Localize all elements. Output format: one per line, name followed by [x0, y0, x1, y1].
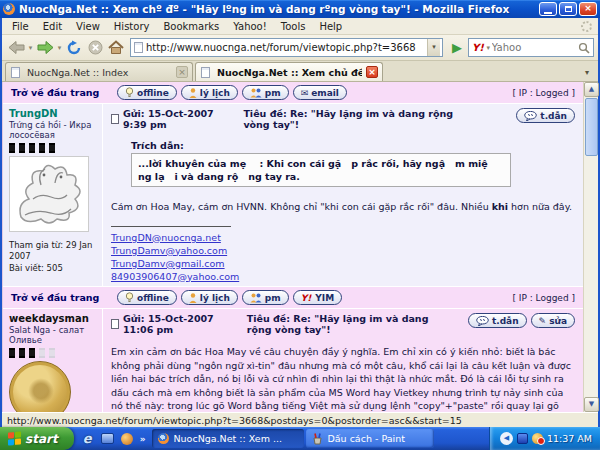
- menu-history[interactable]: History: [108, 20, 156, 33]
- search-engine-dropdown[interactable]: ▾: [485, 44, 492, 52]
- back-to-top-link[interactable]: Trở về đầu trang: [3, 87, 103, 98]
- restore-button[interactable]: [559, 2, 577, 16]
- pm-button[interactable]: pm: [242, 85, 289, 100]
- tab-topic[interactable]: NuocNga.Net :: Xem chủ đề - "Hãy... ×: [195, 62, 383, 81]
- profile-button[interactable]: lý lịch: [181, 290, 238, 305]
- quote-button[interactable]: t.dẫn: [468, 313, 527, 328]
- menu-view[interactable]: View: [70, 20, 106, 33]
- menu-help[interactable]: Help: [313, 20, 348, 33]
- post1-body-column: Gửi: 15-Oct-2007 9:39 pm Tiêu đề: Re: "H…: [103, 104, 583, 286]
- status-bar: http://www.nuocnga.net/forum/viewtopic.p…: [2, 412, 598, 427]
- tab-close-icon[interactable]: ×: [176, 66, 188, 78]
- tab-favicon: [11, 67, 20, 78]
- signature-link[interactable]: TrungDN@nuocnga.net: [111, 231, 575, 244]
- post1-author[interactable]: TrungDN: [9, 108, 98, 119]
- scrollbar-thumb[interactable]: [585, 98, 598, 156]
- person-icon: [189, 88, 197, 98]
- search-input[interactable]: [492, 42, 578, 53]
- quote-block: Trích dẫn: ...lời khuyên của mẹ : Khi co…: [131, 140, 511, 187]
- scroll-up-button[interactable]: ▲: [584, 82, 599, 97]
- minimize-button[interactable]: [539, 2, 557, 16]
- quote-label: t.dẫn: [492, 316, 519, 326]
- taskbar: start e » NuocNga.Net :: Xem ... Dấu các…: [0, 427, 600, 450]
- edit-label: sửa: [549, 316, 567, 326]
- post2-user-column: weekdaysman Salat Nga - салат Оливье: [3, 309, 103, 412]
- scroll-down-button[interactable]: ▼: [584, 397, 599, 412]
- dragon-sketch-image: [11, 159, 87, 229]
- back-button[interactable]: [6, 38, 26, 58]
- tab-label: NuocNga.Net :: Xem chủ đề - "Hãy...: [217, 67, 362, 78]
- tab-index[interactable]: NuocNga.Net :: Index ×: [5, 62, 193, 81]
- task-firefox[interactable]: NuocNga.Net :: Xem ...: [152, 429, 304, 448]
- edit-button[interactable]: ✎ sửa: [531, 313, 575, 328]
- profile-button[interactable]: lý lịch: [181, 85, 238, 100]
- post1-body: Cám ơn Hoa May, cám ơn HVNN. Không chỉ "…: [111, 200, 575, 214]
- menu-bookmarks[interactable]: Bookmarks: [157, 20, 225, 33]
- menu-file[interactable]: File: [6, 20, 35, 33]
- tray-collapse-icon[interactable]: ◀: [500, 432, 513, 445]
- site-favicon: [134, 42, 143, 53]
- two-people-icon: [250, 88, 262, 98]
- post1-body-text: Cám ơn Hoa May, cám ơn HVNN. Không chỉ "…: [111, 201, 492, 212]
- url-input[interactable]: [146, 42, 427, 53]
- start-button[interactable]: start: [0, 427, 74, 450]
- task-paint[interactable]: Dấu cách - Paint: [306, 429, 434, 448]
- quick-launch-app-icon[interactable]: [120, 431, 135, 446]
- clock: 11:37 AM: [547, 433, 592, 444]
- signature-link[interactable]: TrungDamv@gmail.com: [111, 257, 575, 270]
- stop-button[interactable]: [85, 38, 105, 58]
- pm-label: pm: [265, 88, 281, 98]
- close-button[interactable]: ×: [579, 2, 597, 16]
- throbber-icon: [581, 21, 592, 32]
- quote-text: ...lời khuyên của mẹ : Khi con cái gặ p …: [131, 153, 511, 187]
- forward-button[interactable]: [35, 38, 55, 58]
- offline-button[interactable]: offline: [117, 85, 177, 100]
- post1-rank: Trứng cá hồi - Икра лососёвая: [9, 120, 98, 140]
- show-desktop-icon[interactable]: [100, 431, 115, 446]
- menu-tools[interactable]: Tools: [275, 20, 312, 33]
- tab-list-dropdown[interactable]: ▾: [579, 64, 595, 81]
- post2-rank: Salat Nga - салат Оливье: [9, 325, 98, 345]
- tab-close-icon[interactable]: ×: [366, 66, 378, 78]
- post2-rank-stars: [9, 348, 98, 358]
- signature-link[interactable]: 84903906407@yahoo.com: [111, 270, 575, 283]
- ip-logged-label: [ IP : Logged ]: [512, 88, 575, 98]
- status-url: http://www.nuocnga.net/forum/viewtopic.p…: [7, 415, 462, 426]
- person-icon: [189, 293, 197, 303]
- search-icon[interactable]: [578, 42, 590, 54]
- signature-link[interactable]: TrungDamv@yahoo.com: [111, 244, 575, 257]
- menu-edit[interactable]: Edit: [37, 20, 68, 33]
- home-button[interactable]: [106, 38, 126, 58]
- post2-author[interactable]: weekdaysman: [9, 313, 98, 324]
- url-history-dropdown[interactable]: ▾: [427, 39, 440, 56]
- forward-dropdown[interactable]: ▾: [56, 44, 63, 52]
- offline-button[interactable]: offline: [117, 290, 177, 305]
- menu-yahoo[interactable]: Yahoo!: [227, 20, 272, 33]
- quote-button[interactable]: t.dẫn: [516, 108, 575, 123]
- vertical-scrollbar[interactable]: ▲ ▼: [583, 82, 598, 412]
- post2-avatar-coin-image: [9, 361, 71, 412]
- menu-bar: File Edit View History Bookmarks Yahoo! …: [2, 18, 598, 35]
- home-icon: [108, 40, 124, 55]
- post1-signature: TrungDN@nuocnga.net TrungDamv@yahoo.com …: [111, 226, 575, 283]
- back-to-top-link[interactable]: Trở về đầu trang: [3, 292, 103, 303]
- tray-alert-icon[interactable]: [532, 433, 543, 444]
- post1-rank-stars: [9, 143, 98, 153]
- envelope-icon: ✉: [301, 88, 309, 98]
- address-bar[interactable]: ▾: [130, 38, 443, 57]
- restore-icon: [565, 6, 572, 12]
- lightbulb-icon: [125, 87, 134, 98]
- email-button[interactable]: ✉ email: [293, 85, 347, 100]
- reload-button[interactable]: [64, 38, 84, 58]
- profile-label: lý lịch: [200, 293, 230, 303]
- quick-launch-overflow-chevron[interactable]: »: [140, 434, 146, 444]
- yahoo-search-box[interactable]: Y! ▾: [468, 38, 594, 57]
- go-button[interactable]: ▶: [447, 40, 467, 55]
- paint-icon: [312, 433, 323, 445]
- yim-button[interactable]: Y! YIM: [293, 290, 342, 305]
- tray-network-icon[interactable]: [517, 433, 528, 444]
- post2-body-column: Gửi: 15-Oct-2007 11:06 pm Tiêu đề: Re: "…: [103, 309, 583, 412]
- internet-explorer-icon[interactable]: e: [80, 431, 95, 446]
- pm-button[interactable]: pm: [242, 290, 289, 305]
- back-dropdown[interactable]: ▾: [27, 44, 34, 52]
